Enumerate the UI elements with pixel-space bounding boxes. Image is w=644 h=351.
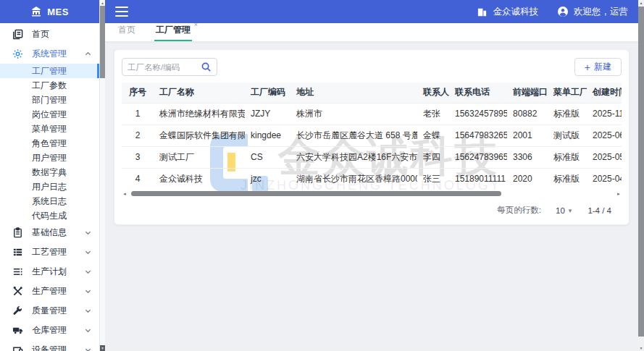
cell-factory-name: 测试工厂 [154,146,245,168]
scroll-left-arrow-icon[interactable]: ◄ [122,192,127,196]
cell-contact: 李四 [417,146,449,168]
app-window: MES 首页 系统管理 工厂管理 工厂参数 部门管理 岗位管理 [0,0,644,351]
column-header: 菜单工厂 [548,83,587,103]
account-circle-icon [557,6,569,17]
horizontal-scrollbar-thumb[interactable] [131,191,501,196]
sidebar-subitem-label: 用户日志 [32,181,67,193]
truck-icon [12,325,23,337]
sidebar-item-system-log[interactable]: 系统日志 [0,194,99,208]
cell-created-time: 2025-05-08 0 [587,146,622,168]
cell-menu-factory: 标准版 [548,146,587,168]
cell-index: 1 [122,103,154,124]
main-area: 金众诚科技 欢迎您，运营 首页 工厂管理 × [105,0,638,351]
column-header: 工厂编码 [245,83,290,103]
cell-factory-name: 金众诚科技 [154,168,245,190]
scroll-up-arrow-icon[interactable]: ▲ [100,0,105,6]
cell-phone: 15632457895 [449,103,507,124]
sidebar-item-post-management[interactable]: 岗位管理 [0,107,99,122]
scroll-right-arrow-icon[interactable]: ► [616,192,622,196]
table-row[interactable]: 4 金众诚科技 jzc 湖南省长沙市雨花区香樟路0000 张三 15189011… [122,168,622,190]
clipboard-icon [12,227,23,239]
table-row[interactable]: 1 株洲市绝缘材料有限责任公司 JZJY 株洲市 老张 15632457895 … [122,103,622,124]
sidebar-item-user-management[interactable]: 用户管理 [0,151,99,165]
close-icon[interactable]: × [194,21,198,28]
sidebar-item-user-log[interactable]: 用户日志 [0,179,99,194]
sidebar-item-data-dictionary[interactable]: 数据字典 [0,165,99,179]
sidebar-item-code-generation[interactable]: 代码生成 [0,208,99,223]
sidebar-subitem-label: 用户管理 [32,152,67,164]
new-button-label: 新建 [594,61,611,73]
cell-index: 3 [122,146,154,168]
sidebar-item-process-management[interactable]: 工艺管理 [0,242,99,262]
menu-icon[interactable] [115,7,128,17]
table-row[interactable]: 2 金蝶国际软件集团有限公司 kingdee 长沙市岳麓区麓谷大道 658 号麓… [122,124,622,146]
sidebar-item-quality-management[interactable]: 质量管理 [0,301,99,321]
new-button[interactable]: + 新建 [574,58,622,76]
page-scrollbar-thumb[interactable] [638,7,644,337]
sidebar-item-label: 首页 [32,28,92,41]
chevron-down-icon [84,326,92,334]
sidebar-item-warehouse-management[interactable]: 仓库管理 [0,321,99,340]
user-menu[interactable]: 欢迎您，运营 [557,6,628,18]
search-icon[interactable] [201,62,212,72]
pagination: 每页的行数: 10 ▾ 1-4 / 4 [122,197,622,220]
cell-index: 2 [122,124,154,146]
cell-factory-code: CS [245,146,290,168]
scroll-down-arrow-icon[interactable]: ▼ [638,345,644,351]
device-icon [12,344,23,351]
search-box [122,58,217,76]
cell-created-time: 2025-06-05 1 [587,124,622,146]
tab-label: 首页 [118,25,135,35]
company-name: 金众诚科技 [493,6,539,18]
cell-port: 80882 [507,103,548,124]
sidebar-subitem-label: 工厂参数 [32,80,67,92]
sidebar-scrollbar-thumb[interactable] [100,6,105,78]
sidebar-item-production-management[interactable]: 生产管理 [0,282,99,301]
sidebar-item-label: 生产计划 [32,266,84,278]
sidebar-subitem-label: 部门管理 [32,94,67,106]
table-toolbar: + 新建 [122,58,622,76]
rows-per-page-select[interactable]: 10 ▾ [556,206,572,215]
table-row[interactable]: 3 测试工厂 CS 六安大学科技园A2楼16F六安市侨海留众创空间 李四 156… [122,146,622,168]
sidebar-item-system-management[interactable]: 系统管理 [0,44,99,64]
sidebar-logo: MES [0,0,99,23]
sidebar-item-label: 工艺管理 [32,246,84,258]
factory-table: 序号 工厂名称 工厂编码 地址 联系人 联系电话 前端端口 菜单工厂 创建时间 [122,83,622,190]
caret-down-icon: ▾ [569,207,572,214]
sidebar-item-factory-params[interactable]: 工厂参数 [0,78,99,93]
chevron-down-icon [84,307,92,315]
page-scrollbar[interactable]: ▲ ▼ [638,0,644,351]
sidebar-item-production-plan[interactable]: 生产计划 [0,262,99,282]
sidebar-item-equipment-management[interactable]: 设备管理 [0,340,99,351]
search-input[interactable] [127,63,201,72]
tab-home[interactable]: 首页 [117,24,137,41]
welcome-text: 欢迎您，运营 [574,6,628,18]
sidebar-subitem-label: 岗位管理 [32,109,67,121]
sidebar-subitem-label: 代码生成 [32,210,67,222]
scroll-up-arrow-icon[interactable]: ▲ [638,0,644,6]
scroll-down-arrow-icon[interactable]: ▼ [100,345,105,351]
sidebar-item-home[interactable]: 首页 [0,25,99,44]
cell-port: 3306 [507,146,548,168]
cell-menu-factory: 标准版 [548,168,587,190]
cell-phone: 15189011111 [449,168,507,190]
sidebar-item-basic-info[interactable]: 基础信息 [0,223,99,242]
cell-factory-code: kingdee [245,124,290,146]
cell-phone: 15647983265 [449,124,507,146]
sidebar-item-role-management[interactable]: 角色管理 [0,136,99,151]
sidebar-item-factory-management[interactable]: 工厂管理 [0,64,99,78]
cell-factory-name: 株洲市绝缘材料有限责任公司 [154,103,245,124]
plan-list-icon [12,266,23,278]
gear-icon [12,48,23,60]
pages-icon [12,29,23,41]
sidebar-scrollbar[interactable]: ▲ ▼ [99,0,105,351]
sidebar-item-department-management[interactable]: 部门管理 [0,93,99,107]
cell-phone: 15624783965 [449,146,507,168]
office-building-icon [477,6,488,17]
tab-factory-management[interactable]: 工厂管理 × [154,24,192,41]
sidebar-item-label: 系统管理 [32,48,84,60]
column-header: 联系电话 [449,83,507,103]
sidebar-item-menu-management[interactable]: 菜单管理 [0,122,99,136]
table-horizontal-scrollbar[interactable]: ◄ ► [122,190,622,197]
tools-icon [12,286,23,297]
